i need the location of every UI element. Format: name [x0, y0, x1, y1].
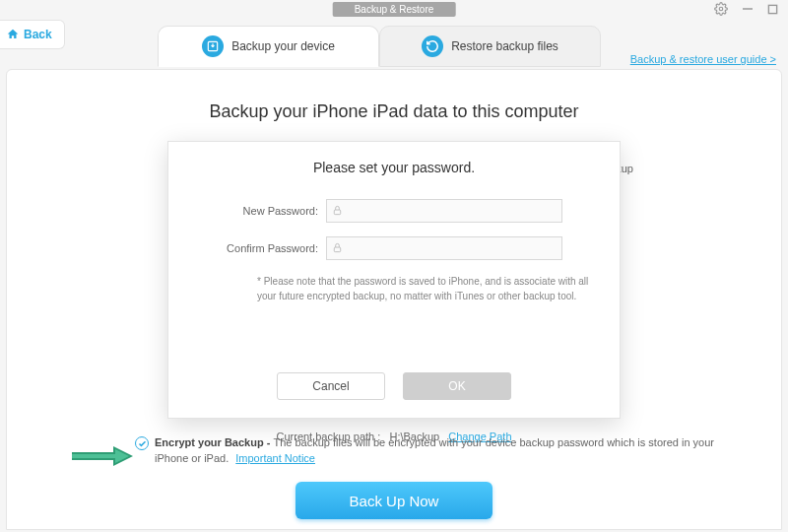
tab-label: Restore backup files: [451, 39, 558, 53]
encrypt-text: Encrypt your Backup - The backup files w…: [155, 435, 742, 466]
tab-restore-files[interactable]: Restore backup files: [379, 26, 601, 67]
important-notice-link[interactable]: Important Notice: [235, 452, 315, 464]
minimize-icon[interactable]: [742, 3, 754, 15]
lock-icon: [332, 202, 343, 220]
svg-point-0: [719, 7, 723, 11]
window-title: Backup & Restore: [333, 2, 456, 17]
svg-rect-4: [334, 210, 340, 215]
confirm-password-input[interactable]: [326, 236, 562, 260]
backup-now-button[interactable]: Back Up Now: [296, 482, 492, 519]
encrypt-row: Encrypt your Backup - The backup files w…: [135, 435, 742, 466]
svg-rect-2: [768, 5, 776, 13]
confirm-password-label: Confirm Password:: [198, 242, 326, 254]
dialog-title: Please set your password.: [198, 160, 590, 175]
backup-icon: [202, 35, 224, 57]
check-icon: [138, 439, 147, 448]
ok-button[interactable]: OK: [403, 372, 511, 400]
restore-icon: [422, 35, 443, 57]
user-guide-link[interactable]: Backup & restore user guide >: [630, 53, 776, 65]
maximize-icon[interactable]: [767, 4, 778, 15]
settings-icon[interactable]: [714, 2, 728, 16]
arrow-pointer-icon: [70, 444, 135, 472]
new-password-input[interactable]: [326, 199, 562, 223]
main-panel: Backup your iPhone iPad data to this com…: [6, 69, 782, 530]
svg-rect-5: [334, 247, 340, 252]
tab-label: Backup your device: [231, 39, 335, 53]
password-dialog: Please set your password. New Password: …: [167, 141, 621, 419]
header: Backup your device Restore backup files …: [0, 22, 788, 69]
lock-icon: [332, 239, 343, 257]
titlebar: Backup & Restore: [0, 0, 788, 18]
encrypt-title: Encrypt your Backup -: [155, 436, 273, 448]
dialog-note: Please note that the password is saved t…: [257, 274, 590, 303]
tab-backup-device[interactable]: Backup your device: [158, 26, 379, 67]
new-password-label: New Password:: [198, 205, 326, 217]
cancel-button[interactable]: Cancel: [277, 372, 385, 400]
page-title: Backup your iPhone iPad data to this com…: [7, 101, 781, 122]
encrypt-checkbox[interactable]: [135, 436, 149, 450]
